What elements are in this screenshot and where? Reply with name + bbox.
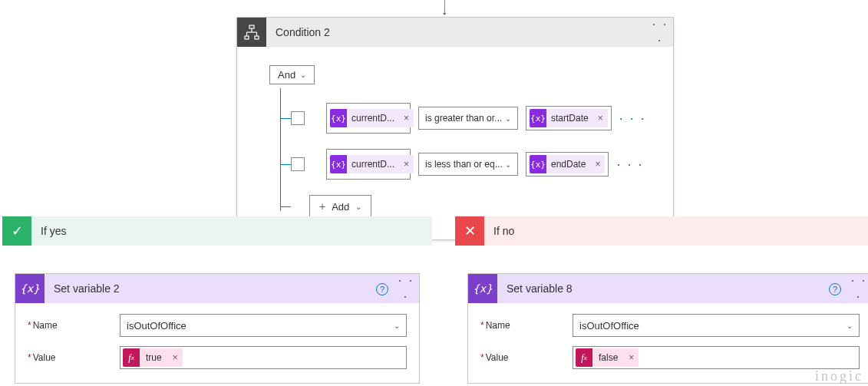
action-title: Set variable 2 — [45, 282, 371, 295]
variable-name-value: isOutOfOffice — [127, 320, 186, 332]
token-text: currentD... — [347, 113, 399, 124]
variable-icon: {x} — [530, 155, 546, 173]
condition-header[interactable]: Condition 2 · · · — [237, 18, 673, 47]
token-text: currentD... — [347, 159, 399, 170]
tree-connector — [280, 118, 291, 119]
variable-name-dropdown[interactable]: isOutOfOffice ⌄ — [120, 314, 407, 337]
action-menu-button[interactable]: · · · — [846, 272, 868, 305]
condition-row: {x} currentD... × is less than or eq... … — [269, 149, 673, 180]
value-label: *Value — [28, 352, 120, 363]
row-select-checkbox[interactable] — [291, 111, 305, 125]
operator-dropdown[interactable]: is greater than or... ⌄ — [418, 107, 518, 130]
expression-pill: fx true × — [123, 348, 183, 367]
token-pill: {x} startDate × — [530, 109, 608, 127]
expression-text: false — [592, 352, 624, 363]
token-pill: {x} currentD... × — [330, 109, 414, 127]
group-operator-dropdown[interactable]: And ⌄ — [269, 65, 315, 84]
remove-token-button[interactable]: × — [399, 159, 414, 170]
svg-rect-2 — [255, 36, 259, 39]
svg-rect-1 — [245, 36, 249, 39]
token-text: startDate — [546, 113, 593, 124]
chevron-down-icon: ⌄ — [394, 322, 400, 330]
remove-token-button[interactable]: × — [399, 113, 414, 124]
variable-name-value: isOutOfOffice — [579, 320, 639, 332]
watermark: inogic — [815, 368, 863, 384]
expression-pill: fx false × — [576, 348, 639, 367]
add-label: Add — [332, 201, 349, 213]
if-yes-branch: ✓ If yes {x} Set variable 2 ? · · · *Nam… — [2, 216, 432, 384]
condition-icon — [237, 18, 266, 47]
left-operand-field[interactable]: {x} currentD... × — [326, 149, 411, 180]
chevron-down-icon: ⌄ — [505, 160, 511, 169]
variable-icon: {x} — [330, 109, 347, 127]
variable-action-icon: {x} — [15, 274, 45, 303]
operator-text: is less than or eq... — [425, 159, 503, 170]
condition-card: Condition 2 · · · And ⌄ {x} currentD... … — [236, 17, 674, 240]
operator-text: is greater than or... — [425, 113, 502, 124]
if-no-branch: ✕ If no {x} Set variable 8 ? · · · *Name… — [455, 216, 868, 384]
branch-title: If no — [484, 225, 514, 237]
variable-value-field[interactable]: fx false × — [573, 346, 860, 369]
token-text: endDate — [546, 159, 590, 170]
variable-action-icon: {x} — [468, 274, 497, 303]
variable-value-field[interactable]: fx true × — [120, 346, 407, 369]
right-operand-field[interactable]: {x} startDate × — [526, 106, 612, 130]
set-variable-card: {x} Set variable 2 ? · · · *Name isOutOf… — [15, 273, 420, 384]
tree-line — [280, 88, 281, 211]
branch-title: If yes — [31, 225, 66, 237]
plus-icon: + — [319, 200, 325, 213]
token-pill: {x} endDate × — [530, 155, 605, 173]
name-label: *Name — [480, 320, 573, 331]
expression-text: true — [140, 352, 168, 363]
check-icon: ✓ — [2, 216, 31, 246]
action-menu-button[interactable]: · · · — [393, 272, 419, 305]
fx-icon: fx — [123, 348, 140, 367]
flow-arrow: ↓ — [441, 0, 447, 14]
variable-icon: {x} — [330, 155, 347, 173]
condition-row: {x} currentD... × is greater than or... … — [269, 103, 673, 134]
action-title: Set variable 8 — [497, 282, 824, 295]
remove-token-button[interactable]: × — [590, 159, 605, 170]
right-operand-field[interactable]: {x} endDate × — [526, 152, 609, 177]
condition-menu-button[interactable]: · · · — [647, 16, 673, 48]
left-operand-field[interactable]: {x} currentD... × — [326, 103, 411, 134]
variable-name-dropdown[interactable]: isOutOfOffice ⌄ — [573, 314, 860, 337]
row-menu-button[interactable]: · · · — [619, 111, 646, 127]
row-select-checkbox[interactable] — [291, 157, 305, 171]
help-button[interactable]: ? — [824, 282, 846, 295]
fx-icon: fx — [576, 348, 592, 367]
operator-dropdown[interactable]: is less than or eq... ⌄ — [418, 153, 518, 176]
variable-icon: {x} — [530, 109, 546, 127]
tree-connector — [280, 164, 291, 165]
chevron-down-icon: ⌄ — [300, 71, 306, 79]
remove-token-button[interactable]: × — [593, 113, 608, 124]
branch-header-yes: ✓ If yes — [2, 216, 432, 246]
action-header[interactable]: {x} Set variable 8 ? · · · — [468, 274, 868, 303]
value-label: *Value — [480, 352, 573, 363]
tree-connector — [280, 206, 291, 207]
add-condition-button[interactable]: + Add ⌄ — [309, 195, 371, 218]
cross-icon: ✕ — [455, 216, 484, 246]
chevron-down-icon: ⌄ — [355, 203, 361, 211]
chevron-down-icon: ⌄ — [847, 322, 853, 330]
condition-title: Condition 2 — [266, 26, 647, 38]
action-header[interactable]: {x} Set variable 2 ? · · · — [15, 274, 419, 303]
set-variable-card: {x} Set variable 8 ? · · · *Name isOutOf… — [467, 273, 868, 384]
row-menu-button[interactable]: · · · — [616, 157, 643, 173]
remove-expression-button[interactable]: × — [168, 352, 183, 363]
help-button[interactable]: ? — [371, 282, 393, 295]
svg-rect-0 — [249, 25, 254, 28]
name-label: *Name — [28, 320, 120, 331]
group-operator-label: And — [278, 69, 295, 81]
add-row: + Add ⌄ — [269, 195, 673, 218]
remove-expression-button[interactable]: × — [624, 352, 639, 363]
branch-header-no: ✕ If no — [455, 216, 868, 246]
token-pill: {x} currentD... × — [330, 155, 414, 173]
chevron-down-icon: ⌄ — [505, 114, 511, 123]
